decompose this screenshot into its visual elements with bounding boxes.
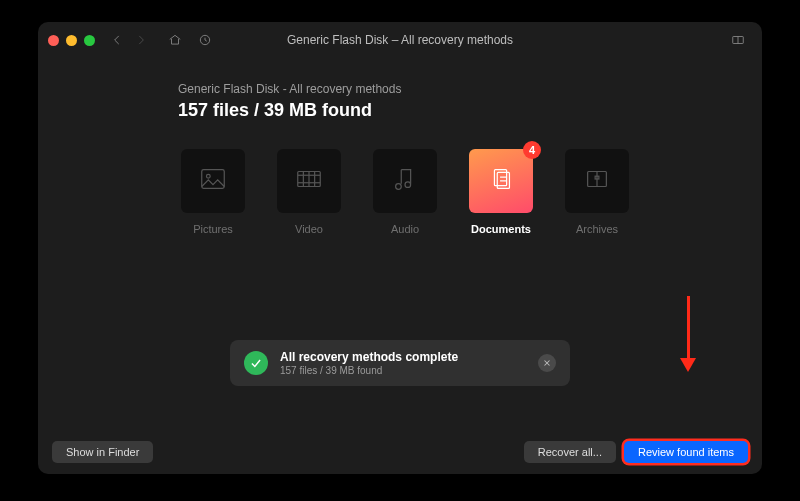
zoom-window-button[interactable] <box>84 35 95 46</box>
app-window: Generic Flash Disk – All recovery method… <box>38 22 762 474</box>
audio-icon <box>390 164 420 198</box>
archives-icon <box>582 164 612 198</box>
recovery-history-button[interactable] <box>195 30 215 50</box>
category-label: Audio <box>391 223 419 235</box>
content-area: Generic Flash Disk - All recovery method… <box>38 58 762 430</box>
review-found-items-button[interactable]: Review found items <box>624 441 748 463</box>
home-button[interactable] <box>165 30 185 50</box>
pictures-icon <box>198 164 228 198</box>
check-icon <box>244 351 268 375</box>
svg-rect-3 <box>202 170 225 189</box>
svg-point-11 <box>405 182 411 188</box>
video-icon <box>294 164 324 198</box>
breadcrumb: Generic Flash Disk - All recovery method… <box>178 82 722 96</box>
close-window-button[interactable] <box>48 35 59 46</box>
results-summary: 157 files / 39 MB found <box>178 100 722 121</box>
close-toast-button[interactable] <box>538 354 556 372</box>
category-video[interactable]: Video <box>274 149 344 235</box>
minimize-window-button[interactable] <box>66 35 77 46</box>
category-label: Archives <box>576 223 618 235</box>
window-controls <box>48 35 95 46</box>
category-label: Pictures <box>193 223 233 235</box>
category-label: Video <box>295 223 323 235</box>
titlebar: Generic Flash Disk – All recovery method… <box>38 22 762 58</box>
back-button[interactable] <box>107 30 127 50</box>
documents-icon <box>486 164 516 198</box>
toast-title: All recovery methods complete <box>280 350 458 364</box>
recover-all-button[interactable]: Recover all... <box>524 441 616 463</box>
category-archives[interactable]: Archives <box>562 149 632 235</box>
forward-button[interactable] <box>131 30 151 50</box>
layout-toggle-button[interactable] <box>728 30 748 50</box>
category-label: Documents <box>471 223 531 235</box>
category-badge: 4 <box>523 141 541 159</box>
toast-subtitle: 157 files / 39 MB found <box>280 365 458 376</box>
category-audio[interactable]: Audio <box>370 149 440 235</box>
category-documents[interactable]: 4 Documents <box>466 149 536 235</box>
show-in-finder-button[interactable]: Show in Finder <box>52 441 153 463</box>
category-pictures[interactable]: Pictures <box>178 149 248 235</box>
completion-toast: All recovery methods complete 157 files … <box>230 340 570 386</box>
category-row: Pictures Video Audio <box>178 149 722 235</box>
footer-bar: Show in Finder Recover all... Review fou… <box>38 430 762 474</box>
annotation-arrow <box>682 296 696 372</box>
svg-point-4 <box>206 174 210 178</box>
svg-point-12 <box>396 184 402 190</box>
